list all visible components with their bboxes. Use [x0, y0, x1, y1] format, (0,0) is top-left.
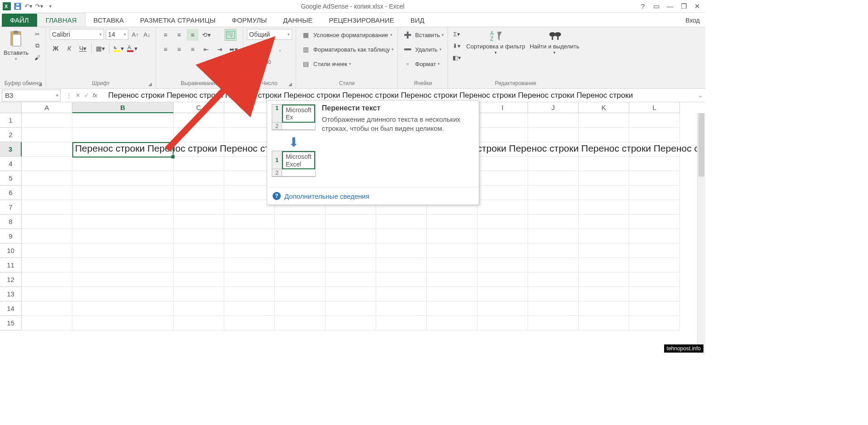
borders-icon[interactable]: ▦▾: [94, 43, 106, 54]
align-middle-icon[interactable]: ≡: [173, 29, 185, 41]
row-header[interactable]: 4: [0, 157, 22, 171]
group-number: Общий▾ ☼▾ % , .00→.0 .0→.00 Число◢: [243, 27, 296, 88]
tab-review[interactable]: РЕЦЕНЗИРОВАНИЕ: [321, 14, 402, 27]
underline-button[interactable]: Ч▾: [77, 43, 89, 54]
insert-cells-button[interactable]: ➕Вставить▾: [401, 29, 444, 41]
font-launcher-icon[interactable]: ◢: [148, 81, 152, 86]
row-header[interactable]: 3: [0, 142, 22, 157]
row-header[interactable]: 13: [0, 287, 22, 301]
fill-color-icon[interactable]: ▾: [112, 43, 124, 54]
col-header[interactable]: L: [629, 102, 680, 113]
number-format-combo[interactable]: Общий▾: [247, 29, 292, 40]
row-header[interactable]: 7: [0, 200, 22, 215]
delete-cells-button[interactable]: ➖Удалить▾: [401, 43, 444, 55]
align-launcher-icon[interactable]: ◢: [236, 81, 239, 86]
sign-in[interactable]: Вход: [680, 14, 705, 27]
increase-decimal-icon[interactable]: .00→.0: [247, 57, 257, 67]
sort-filter-button[interactable]: AZ Сортировка и фильтр▾: [466, 29, 525, 55]
tab-insert[interactable]: ВСТАВКА: [85, 14, 132, 27]
font-color-icon[interactable]: A▾: [126, 43, 137, 54]
col-header[interactable]: I: [477, 102, 528, 113]
ribbon-options-icon[interactable]: ▭: [651, 2, 662, 10]
row-header[interactable]: 2: [0, 128, 22, 142]
tab-home[interactable]: ГЛАВНАЯ: [37, 13, 85, 27]
format-painter-icon[interactable]: 🖌: [32, 53, 42, 62]
format-cells-button[interactable]: ▫Формат▾: [401, 58, 444, 70]
italic-button[interactable]: К: [63, 43, 75, 54]
styles-label: Стили: [300, 79, 394, 87]
align-left-icon[interactable]: ≡: [160, 43, 171, 55]
cut-icon[interactable]: ✂: [32, 29, 42, 39]
comma-icon[interactable]: ,: [274, 43, 286, 54]
select-all-corner[interactable]: [0, 102, 22, 113]
row-header[interactable]: 11: [0, 258, 22, 272]
align-right-icon[interactable]: ≡: [187, 43, 198, 55]
fx-icon[interactable]: fx: [93, 92, 101, 99]
conditional-formatting-button[interactable]: ▦Условное форматирование▾: [300, 29, 394, 41]
clear-icon[interactable]: ◧▾: [452, 53, 462, 62]
orientation-icon[interactable]: ⟲▾: [200, 29, 212, 41]
formula-expand-button[interactable]: ⌄: [695, 92, 705, 99]
col-header[interactable]: C: [174, 102, 224, 113]
tab-formulas[interactable]: ФОРМУЛЫ: [224, 14, 275, 27]
decrease-font-icon[interactable]: A↓: [142, 29, 152, 39]
vertical-scrollbar[interactable]: [697, 113, 705, 354]
row-header[interactable]: 9: [0, 229, 22, 244]
col-header[interactable]: A: [22, 102, 72, 113]
help-icon[interactable]: ?: [637, 2, 648, 10]
decrease-decimal-icon[interactable]: .0→.00: [259, 57, 269, 67]
tab-view[interactable]: ВИД: [402, 14, 433, 27]
paste-button[interactable]: Вставить ▾: [4, 30, 28, 62]
font-size-combo[interactable]: 14▾: [106, 29, 128, 40]
col-header[interactable]: B: [72, 102, 174, 113]
copy-icon[interactable]: ⧉: [32, 41, 42, 51]
increase-indent-icon[interactable]: ⇥: [214, 43, 226, 55]
enter-icon[interactable]: ✓: [84, 92, 89, 99]
cancel-icon[interactable]: ✕: [75, 92, 80, 99]
align-bottom-icon[interactable]: ≡: [187, 29, 198, 41]
col-header[interactable]: K: [579, 102, 629, 113]
undo-icon[interactable]: ↶▾: [24, 1, 33, 11]
save-icon[interactable]: [13, 1, 23, 11]
decrease-indent-icon[interactable]: ⇤: [200, 43, 212, 55]
bold-button[interactable]: Ж: [50, 43, 61, 54]
formula-bar[interactable]: Перенос строки Перенос строки Перенос ст…: [104, 91, 695, 100]
clipboard-launcher-icon[interactable]: ◢: [38, 81, 42, 86]
row-header[interactable]: 6: [0, 186, 22, 200]
accounting-icon[interactable]: ☼▾: [247, 43, 259, 54]
redo-icon[interactable]: ↷▾: [34, 1, 44, 11]
tooltip-more-link[interactable]: ? Дополнительные сведения: [267, 187, 479, 205]
align-top-icon[interactable]: ≡: [160, 29, 171, 41]
wrap-text-button[interactable]: [225, 29, 236, 41]
row-header[interactable]: 10: [0, 244, 22, 258]
number-launcher-icon[interactable]: ◢: [288, 81, 292, 86]
fill-icon[interactable]: ⬇▾: [452, 41, 462, 51]
name-box[interactable]: B3▾: [2, 90, 61, 101]
find-select-button[interactable]: Найти и выделить▾: [530, 29, 580, 55]
increase-font-icon[interactable]: A↑: [130, 29, 140, 39]
merge-center-icon[interactable]: ⬌▾: [227, 43, 239, 55]
cell-styles-button[interactable]: ▤Стили ячеек▾: [300, 58, 394, 70]
row-header[interactable]: 8: [0, 215, 22, 229]
group-editing: Σ▾ ⬇▾ ◧▾ AZ Сортировка и фильтр▾ Найти и…: [448, 27, 583, 88]
row-header[interactable]: 1: [0, 113, 22, 128]
minimize-icon[interactable]: —: [665, 2, 675, 10]
font-name-combo[interactable]: Calibri▾: [50, 29, 104, 40]
restore-icon[interactable]: ❐: [678, 2, 689, 10]
row-header[interactable]: 14: [0, 301, 22, 316]
row-header[interactable]: 15: [0, 316, 22, 330]
row-header[interactable]: 12: [0, 272, 22, 287]
autosum-icon[interactable]: Σ▾: [452, 29, 462, 39]
row-headers: 1 2 3 4 5 6 7 8 9 10 11 12 13 14 15: [0, 113, 22, 330]
tab-layout[interactable]: РАЗМЕТКА СТРАНИЦЫ: [132, 14, 224, 27]
row-header[interactable]: 5: [0, 171, 22, 186]
tab-data[interactable]: ДАННЫЕ: [275, 14, 321, 27]
format-as-table-button[interactable]: ▥Форматировать как таблицу▾: [300, 43, 394, 55]
percent-icon[interactable]: %: [260, 43, 272, 54]
qat-customize-icon[interactable]: ▾: [45, 1, 55, 11]
col-header[interactable]: J: [528, 102, 579, 113]
close-icon[interactable]: ✕: [692, 2, 703, 10]
formula-expand-icon[interactable]: ⋮: [66, 92, 72, 99]
align-center-icon[interactable]: ≡: [173, 43, 185, 55]
tab-file[interactable]: ФАЙЛ: [2, 14, 37, 27]
